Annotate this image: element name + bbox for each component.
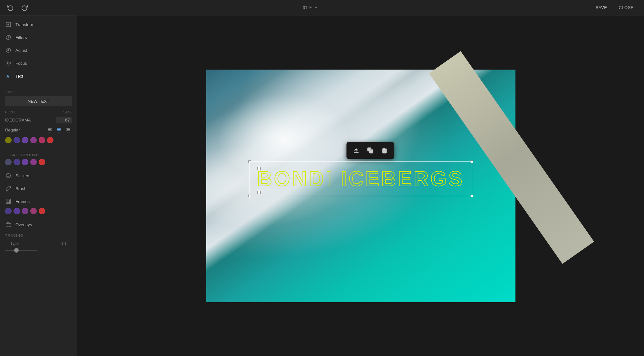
sidebar-item-focus[interactable]: Focus (0, 57, 77, 70)
sidebar-item-adjust[interactable]: Adjust (0, 44, 77, 57)
svg-point-5 (6, 61, 11, 65)
sidebar-item-text-label: Text (15, 74, 23, 79)
text-overlay[interactable]: BONDI ICEBERGS (249, 161, 472, 196)
bg-color-purple-dark[interactable] (14, 159, 20, 165)
trace-type-row: Type 1.1 (5, 240, 72, 247)
bg-color-red[interactable] (39, 159, 45, 165)
svg-rect-8 (48, 129, 51, 130)
sidebar-item-filters-label: Filters (15, 35, 27, 40)
frames-icon (5, 198, 12, 205)
new-text-button[interactable]: NEW TEXT (5, 96, 72, 106)
sidebar-item-overlays-label: Overlays (15, 222, 32, 227)
font-size-input[interactable] (56, 117, 72, 123)
sidebar-item-focus-label: Focus (15, 61, 27, 66)
svg-rect-24 (6, 223, 11, 227)
focus-icon (5, 60, 12, 66)
undo-button[interactable] (5, 3, 15, 13)
background-section: BACKGROUND (0, 150, 77, 168)
sidebar-item-frames-label: Frames (15, 199, 30, 204)
sidebar-item-text[interactable]: A Text (0, 70, 77, 82)
frame-color-4[interactable] (30, 208, 37, 214)
text-panel-label: TEXT (5, 89, 72, 93)
bg-color-slate[interactable] (5, 159, 12, 165)
sidebar-item-transform[interactable]: Transform (0, 18, 77, 31)
trace-slider[interactable] (5, 247, 72, 252)
sidebar-item-overlays[interactable]: Overlays (0, 218, 77, 231)
canvas-wrapper: BONDI ICEBERGS (206, 70, 515, 302)
svg-text:A: A (6, 74, 9, 79)
transform-icon (5, 21, 12, 28)
text-panel: TEXT NEW TEXT FONT SIZE IDEOGRAMA Regula… (0, 85, 77, 150)
main-layout: Transform Filters (0, 15, 644, 356)
resize-handle-bl[interactable] (248, 195, 251, 197)
resize-handle-tr[interactable] (471, 160, 473, 163)
svg-rect-12 (57, 129, 61, 130)
canvas-area[interactable]: BONDI ICEBERGS (77, 15, 644, 356)
resize-handle-br[interactable] (471, 195, 473, 197)
text-duplicate-button[interactable] (364, 145, 376, 156)
color-pink[interactable] (39, 137, 45, 143)
align-center-button[interactable] (55, 126, 63, 134)
bg-color-purple[interactable] (22, 159, 28, 165)
align-left-button[interactable] (46, 126, 54, 134)
frame-color-2[interactable] (14, 208, 20, 214)
color-red[interactable] (47, 137, 53, 143)
svg-rect-14 (58, 132, 60, 132)
text-delete-button[interactable] (379, 145, 390, 156)
frame-color-3[interactable] (22, 208, 28, 214)
topbar: 31 % + SAVE CLOSE (0, 0, 644, 15)
font-weight-row: Regular (5, 126, 72, 134)
topbar-left (5, 3, 30, 13)
font-label: FONT (5, 110, 15, 114)
svg-rect-13 (57, 130, 61, 131)
save-button[interactable]: SAVE (591, 3, 612, 12)
svg-rect-16 (67, 129, 70, 130)
font-row: FONT SIZE (5, 110, 72, 114)
svg-rect-7 (48, 128, 52, 129)
svg-rect-17 (66, 130, 70, 131)
svg-point-4 (7, 62, 9, 64)
color-purple[interactable] (22, 137, 28, 143)
text-icon: A (5, 73, 12, 79)
topbar-center: 31 % + (303, 5, 317, 10)
zoom-plus[interactable]: + (315, 5, 317, 10)
trace-type-label: Type (10, 241, 19, 246)
svg-rect-10 (48, 132, 50, 132)
sidebar-item-brush[interactable]: Brush (0, 182, 77, 195)
sidebar-item-frames[interactable]: Frames (0, 195, 77, 208)
topbar-right: SAVE CLOSE (591, 3, 639, 12)
svg-rect-26 (370, 149, 373, 153)
text-toolbar (346, 142, 394, 159)
resize-handle-tl[interactable] (248, 160, 251, 163)
align-buttons (46, 126, 72, 134)
trace-type-value: 1.1 (61, 241, 67, 246)
font-name-value[interactable]: IDEOGRAMA (5, 118, 31, 122)
frame-color-5[interactable] (39, 208, 45, 214)
text-selection-box[interactable]: BONDI ICEBERGS (249, 161, 472, 196)
font-weight-value: Regular (5, 128, 20, 132)
frame-color-1[interactable] (5, 208, 12, 214)
color-olive[interactable] (5, 137, 12, 143)
align-right-button[interactable] (64, 126, 72, 134)
text-color-row (5, 137, 72, 143)
brush-icon (5, 185, 12, 192)
sidebar-item-adjust-label: Adjust (15, 48, 27, 53)
redo-button[interactable] (19, 3, 30, 13)
svg-rect-11 (57, 128, 61, 129)
frames-colors (0, 208, 77, 218)
size-label: SIZE (63, 110, 72, 114)
close-button[interactable]: CLOSE (613, 3, 639, 12)
svg-rect-25 (354, 152, 359, 153)
color-purple-dark[interactable] (14, 137, 20, 143)
sidebar-item-transform-label: Transform (15, 22, 34, 27)
text-move-up-button[interactable] (350, 145, 362, 156)
tracing-section: TRACING Type 1.1 (0, 231, 77, 255)
sidebar-item-filters[interactable]: Filters (0, 31, 77, 44)
bg-color-magenta[interactable] (30, 159, 37, 165)
sidebar-item-brush-label: Brush (15, 186, 26, 191)
color-magenta[interactable] (30, 137, 37, 143)
trace-slider-thumb[interactable] (14, 248, 19, 253)
sidebar-item-stickers-label: Stickers (15, 173, 30, 178)
sidebar-item-stickers[interactable]: Stickers (0, 169, 77, 182)
canvas-text-content[interactable]: BONDI ICEBERGS (257, 167, 464, 191)
